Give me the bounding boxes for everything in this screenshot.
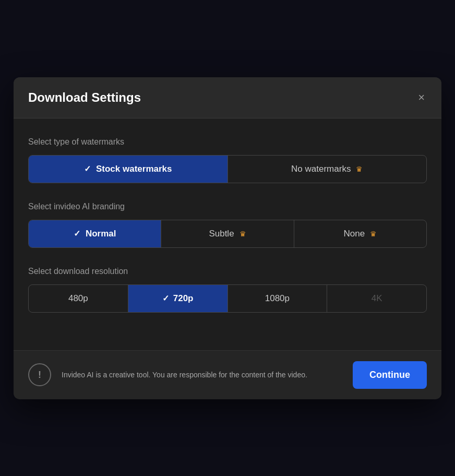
resolution-4k-button[interactable]: 4K	[327, 285, 426, 312]
warning-icon-wrap: !	[28, 363, 51, 386]
branding-normal-button[interactable]: ✓ Normal	[29, 220, 161, 247]
watermarks-stock-label: Stock watermarks	[96, 164, 172, 174]
branding-section: Select invideo AI branding ✓ Normal Subt…	[28, 202, 427, 248]
watermarks-none-label: No watermarks	[291, 164, 351, 174]
check-icon-720p: ✓	[162, 293, 169, 303]
watermarks-stock-button[interactable]: ✓ Stock watermarks	[29, 156, 228, 183]
resolution-1080p-label: 1080p	[265, 293, 290, 304]
resolution-4k-label: 4K	[372, 293, 382, 304]
close-button[interactable]: ×	[416, 90, 427, 105]
watermarks-option-group: ✓ Stock watermarks No watermarks ♛	[28, 155, 427, 183]
download-settings-modal: Download Settings × Select type of water…	[14, 77, 441, 399]
modal-title: Download Settings	[28, 90, 141, 105]
branding-none-label: None	[344, 229, 365, 239]
crown-icon-watermarks: ♛	[356, 165, 363, 173]
resolution-option-group: 480p ✓ 720p 1080p 4K	[28, 284, 427, 313]
resolution-section: Select download resolution 480p ✓ 720p 1…	[28, 267, 427, 313]
modal-overlay: Download Settings × Select type of water…	[0, 0, 455, 476]
branding-option-group: ✓ Normal Subtle ♛ None ♛	[28, 220, 427, 248]
warning-icon: !	[38, 370, 41, 380]
crown-icon-none: ♛	[370, 230, 377, 238]
modal-footer: ! Invideo AI is a creative tool. You are…	[14, 350, 441, 399]
continue-button[interactable]: Continue	[353, 361, 427, 389]
resolution-480p-button[interactable]: 480p	[29, 285, 128, 312]
check-icon: ✓	[84, 164, 91, 174]
watermarks-none-button[interactable]: No watermarks ♛	[228, 156, 427, 183]
watermarks-label: Select type of watermarks	[28, 137, 427, 147]
branding-normal-label: Normal	[86, 229, 116, 239]
branding-none-button[interactable]: None ♛	[294, 220, 426, 247]
branding-subtle-button[interactable]: Subtle ♛	[161, 220, 294, 247]
resolution-1080p-button[interactable]: 1080p	[228, 285, 328, 312]
resolution-720p-button[interactable]: ✓ 720p	[128, 285, 228, 312]
modal-header: Download Settings ×	[14, 77, 441, 118]
resolution-label: Select download resolution	[28, 267, 427, 276]
branding-label: Select invideo AI branding	[28, 202, 427, 211]
branding-subtle-label: Subtle	[209, 229, 234, 239]
modal-body: Select type of watermarks ✓ Stock waterm…	[14, 118, 441, 350]
crown-icon-subtle: ♛	[240, 230, 246, 238]
disclaimer-text: Invideo AI is a creative tool. You are r…	[62, 370, 342, 380]
resolution-480p-label: 480p	[68, 293, 88, 304]
check-icon-normal: ✓	[74, 229, 80, 239]
watermarks-section: Select type of watermarks ✓ Stock waterm…	[28, 137, 427, 183]
resolution-720p-label: 720p	[173, 293, 194, 304]
